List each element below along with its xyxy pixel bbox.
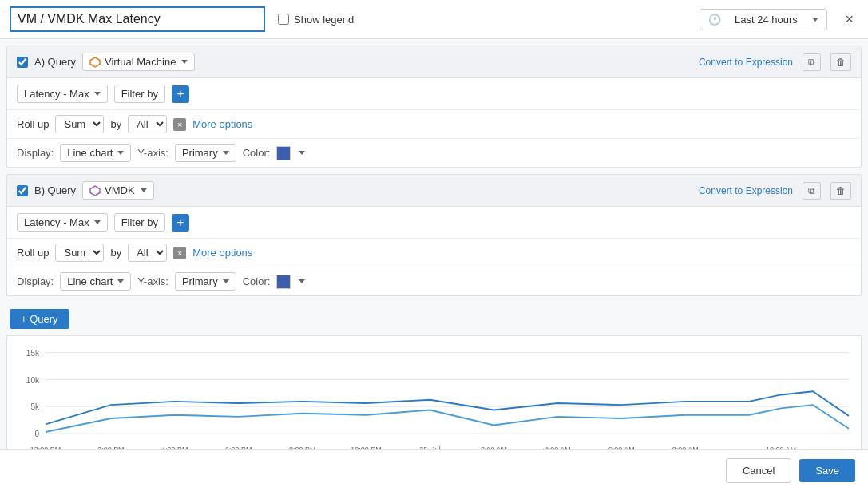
query-a-metric-row: Latency - Max Filter by + [7,78,861,110]
query-a-rollup-method-select[interactable]: Sum [55,115,104,133]
footer-row: Cancel Save [0,449,868,491]
save-button[interactable]: Save [799,459,855,482]
query-b-yaxis-label: Y-axis: [137,275,168,287]
query-b-convert-link[interactable]: Convert to Expression [699,185,793,196]
vmdk-icon [89,185,101,196]
chevron-down-icon [812,18,818,22]
query-b-entity-label: VMDK [105,184,135,196]
svg-marker-1 [90,186,100,196]
query-b-by-label: by [110,247,121,259]
query-b-yaxis-value: Primary [182,275,218,287]
header-row: Show legend 🕐 Last 24 hours × [0,0,868,39]
query-b-checkbox[interactable] [17,185,28,196]
svg-text:8:00 PM: 8:00 PM [289,445,315,449]
chevron-down-icon [94,92,101,96]
svg-text:25. Jul: 25. Jul [419,445,440,449]
chart-svg: 15k 10k 5k 0 12:00 PM 2:00 PM 4:00 PM 6:… [15,344,853,449]
query-a-add-filter-button[interactable]: + [172,85,189,103]
query-b-display-type-label: Line chart [67,275,113,287]
svg-text:2:00 PM: 2:00 PM [97,445,124,449]
query-b-metric-dropdown[interactable]: Latency - Max [17,213,108,232]
query-a-entity-dropdown[interactable]: Virtual Machine [82,53,195,71]
svg-text:12:00 PM: 12:00 PM [30,445,61,449]
query-b-filter-button[interactable]: Filter by [114,213,165,232]
show-legend-label[interactable]: Show legend [278,14,354,26]
query-a-by-label: by [110,118,121,130]
query-a-header: A) Query Virtual Machine Convert to Expr… [7,46,861,78]
query-b-delete-button[interactable]: 🗑 [830,182,851,200]
add-query-label: + Query [21,313,58,325]
add-query-row: + Query [0,303,868,335]
query-b-display-label: Display: [17,275,54,287]
query-a-clear-button[interactable]: × [173,118,186,131]
chevron-down-icon [299,151,305,155]
query-a-display-type-label: Line chart [67,147,113,159]
query-b-rollup-row: Roll up Sum by All × More options [7,239,861,267]
close-button[interactable]: × [840,8,858,31]
query-a-filter-button[interactable]: Filter by [114,85,165,103]
query-a-rollup-by-select[interactable]: All [128,115,167,133]
query-b-more-options-link[interactable]: More options [192,247,252,259]
query-b-label: B) Query [34,184,76,196]
svg-text:10:00 PM: 10:00 PM [351,445,381,449]
query-b-header: B) Query VMDK Convert to Expression ⧉ 🗑 [7,175,861,207]
query-b-yaxis-dropdown[interactable]: Primary [175,272,236,291]
svg-text:15k: 15k [26,349,40,358]
svg-text:6:00 AM: 6:00 AM [608,445,635,449]
query-a-convert-link[interactable]: Convert to Expression [699,57,793,68]
time-range-label: Last 24 hours [735,14,798,26]
show-legend-checkbox[interactable] [278,14,289,25]
query-a-display-label: Display: [17,147,54,159]
query-a-checkbox[interactable] [17,57,28,68]
queries-area: A) Query Virtual Machine Convert to Expr… [0,39,868,449]
query-b-rollup-method-select[interactable]: Sum [55,244,104,262]
chevron-down-icon [117,279,124,283]
query-a-color-swatch[interactable] [276,146,291,160]
chevron-down-icon [299,279,305,283]
svg-text:8:00 AM: 8:00 AM [672,445,699,449]
chart-area: 15k 10k 5k 0 12:00 PM 2:00 PM 4:00 PM 6:… [6,335,862,449]
chevron-down-icon [94,220,101,224]
query-b-color-label: Color: [243,275,271,287]
add-query-button[interactable]: + Query [10,309,69,329]
chevron-down-icon [223,151,229,155]
title-input[interactable] [10,6,265,32]
query-b-display-row: Display: Line chart Y-axis: Primary Colo… [7,267,861,295]
query-b-metric-label: Latency - Max [24,216,89,228]
query-a-copy-button[interactable]: ⧉ [803,53,821,71]
query-a-more-options-link[interactable]: More options [192,118,252,130]
query-a-metric-dropdown[interactable]: Latency - Max [17,85,108,103]
main-container: Show legend 🕐 Last 24 hours × A) Query [0,0,868,491]
query-a-display-type-dropdown[interactable]: Line chart [60,144,131,162]
query-b-clear-button[interactable]: × [173,247,186,259]
query-a-entity-label: Virtual Machine [105,56,176,68]
svg-text:6:00 PM: 6:00 PM [225,445,252,449]
time-range-button[interactable]: 🕐 Last 24 hours [700,9,827,30]
chevron-down-icon [223,279,229,283]
svg-text:0: 0 [34,430,39,438]
query-a-rollup-row: Roll up Sum by All × More options [7,110,861,139]
svg-text:5k: 5k [30,402,39,411]
chevron-down-icon [141,188,147,192]
query-a-yaxis-label: Y-axis: [137,147,168,159]
svg-text:4:00 PM: 4:00 PM [161,445,188,449]
svg-text:2:00 AM: 2:00 AM [481,445,507,449]
query-a-delete-button[interactable]: 🗑 [830,53,851,71]
query-b-entity-dropdown[interactable]: VMDK [82,181,154,200]
svg-text:10:00 AM: 10:00 AM [766,445,796,449]
query-b-copy-button[interactable]: ⧉ [803,182,821,200]
query-a-color-label: Color: [243,147,271,159]
chevron-down-icon [181,60,188,64]
cancel-button[interactable]: Cancel [726,458,791,483]
query-b-color-swatch[interactable] [276,275,291,289]
query-b-display-type-dropdown[interactable]: Line chart [60,272,131,291]
clock-icon: 🕐 [708,14,721,26]
svg-text:10k: 10k [26,375,40,384]
query-a-metric-label: Latency - Max [24,88,89,100]
query-a-yaxis-value: Primary [182,147,218,159]
svg-marker-0 [90,57,100,67]
query-b-rollup-by-select[interactable]: All [128,244,167,262]
query-b-section: B) Query VMDK Convert to Expression ⧉ 🗑 [6,174,862,296]
query-b-add-filter-button[interactable]: + [172,214,189,232]
query-a-yaxis-dropdown[interactable]: Primary [175,144,236,162]
